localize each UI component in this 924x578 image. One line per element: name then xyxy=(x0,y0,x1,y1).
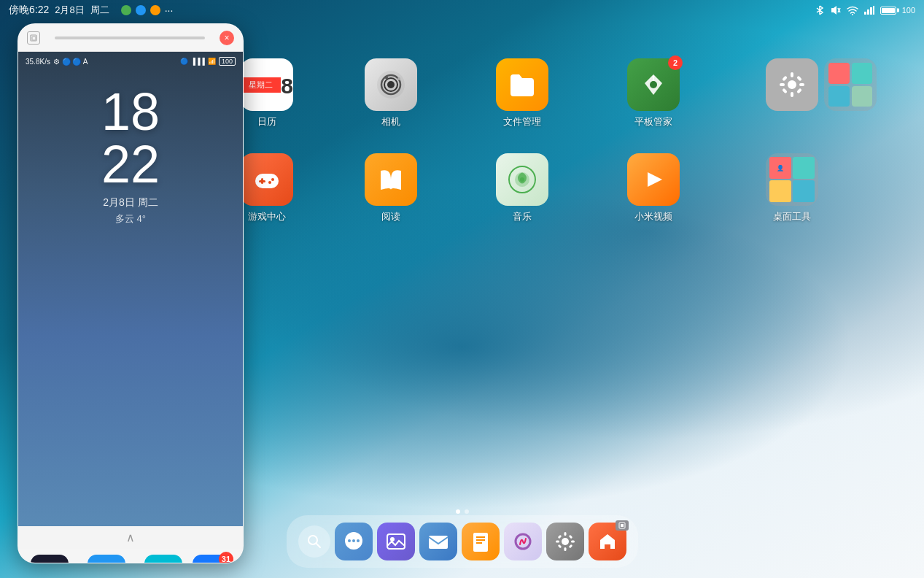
calendar-header: 8 星期二 xyxy=(241,77,281,93)
feem-icon: F xyxy=(88,555,125,563)
calendar-date: 8 xyxy=(281,66,293,103)
phone-app-kuan[interactable]: 酷 酷安 xyxy=(144,555,182,563)
folder-mini-3 xyxy=(828,86,850,107)
status-app-icons: ··· xyxy=(121,4,174,16)
svg-rect-37 xyxy=(799,83,804,86)
svg-rect-36 xyxy=(780,83,785,86)
game-center-app[interactable]: 游戏中心 xyxy=(241,153,293,223)
game-center-icon xyxy=(241,153,293,206)
svg-point-31 xyxy=(397,77,400,80)
svg-rect-10 xyxy=(32,36,36,40)
music-label: 音乐 xyxy=(513,210,532,223)
dock-artstudio-icon[interactable] xyxy=(504,523,542,560)
tablet-manager-app[interactable]: 2 平板管家 xyxy=(627,58,680,128)
tools-folder-app[interactable]: 👤 桌面工具 xyxy=(766,153,818,223)
signal-icon xyxy=(864,6,874,15)
xiaomi-video-icon xyxy=(627,153,680,206)
phone-app-alipay[interactable]: 支 31 支付宝 xyxy=(193,555,230,563)
phone-wifi: 📶 xyxy=(208,58,216,65)
alipay-icon: 支 31 xyxy=(193,555,230,563)
svg-rect-70 xyxy=(557,535,562,539)
svg-point-32 xyxy=(650,81,657,88)
status-icon-1 xyxy=(121,5,131,15)
phone-bluetooth: 🔵 xyxy=(180,58,188,65)
phone-battery: 100 xyxy=(219,57,236,66)
bluetooth-icon xyxy=(815,5,825,15)
phone-drag-handle[interactable] xyxy=(55,36,205,39)
svg-point-46 xyxy=(268,181,271,184)
status-bar: 傍晚6:22 2月8日 周二 ··· xyxy=(0,0,924,20)
app-folder[interactable] xyxy=(824,58,877,111)
svg-point-29 xyxy=(387,81,395,88)
dock-search-button[interactable] xyxy=(298,525,330,558)
reading-label: 阅读 xyxy=(381,210,400,223)
svg-rect-0 xyxy=(831,8,834,12)
kuan-icon: 酷 xyxy=(144,555,182,563)
phone-screen: 35.8K/s ⚙ 🔵 🔵 A 🔵 ▐▐▐ 📶 100 18 22 2月8日 周… xyxy=(18,52,243,526)
camera-icon xyxy=(365,58,417,111)
svg-rect-39 xyxy=(796,76,802,82)
svg-rect-66 xyxy=(564,532,566,536)
svg-point-4 xyxy=(852,14,853,15)
battery-percent: 100 xyxy=(902,6,915,15)
phone-icons: ⚙ 🔵 🔵 A xyxy=(53,58,88,66)
dock-messages-icon[interactable] xyxy=(335,523,373,560)
dock-mail-icon[interactable] xyxy=(419,523,457,560)
phone-speed: 35.8K/s xyxy=(26,58,50,66)
music-icon xyxy=(496,153,548,206)
svg-rect-73 xyxy=(568,544,572,549)
files-app[interactable]: 文件管理 xyxy=(496,58,548,128)
folder-group-icon xyxy=(824,58,877,111)
phone-app-clash[interactable]: Clash xyxy=(31,555,69,563)
settings-app[interactable] xyxy=(766,58,818,111)
phone-weather: 多云 4° xyxy=(18,212,243,226)
svg-rect-40 xyxy=(782,88,788,94)
svg-rect-7 xyxy=(870,7,872,15)
home-badge xyxy=(616,520,629,531)
alipay-badge: 31 xyxy=(219,552,233,563)
music-app[interactable]: 音乐 xyxy=(496,153,548,223)
svg-rect-6 xyxy=(867,9,869,15)
phone-expand-arrow[interactable]: ∧ xyxy=(18,526,243,549)
folder-mini-4 xyxy=(852,86,873,107)
phone-close-button[interactable]: × xyxy=(220,31,234,45)
phone-app-row-1: Clash F Feem汉化去广告 酷 酷安 支 31 xyxy=(26,555,236,563)
svg-rect-30 xyxy=(385,77,388,79)
tools-mini-2 xyxy=(793,157,815,179)
svg-rect-5 xyxy=(864,12,866,15)
svg-rect-34 xyxy=(791,72,793,77)
xiaomi-video-app[interactable]: 小米视频 xyxy=(627,153,680,223)
calendar-icon: 8 星期二 8 xyxy=(241,58,293,111)
phone-minute: 22 xyxy=(18,138,243,190)
phone-title-expand-icon[interactable] xyxy=(27,31,40,45)
dock-settings-icon[interactable] xyxy=(546,523,584,560)
page-dots xyxy=(456,509,469,514)
phone-app-feem[interactable]: F Feem汉化去广告 xyxy=(79,555,134,563)
status-bar-left: 傍晚6:22 2月8日 周二 ··· xyxy=(9,4,173,17)
page-dot-2 xyxy=(465,509,469,514)
svg-point-58 xyxy=(390,537,395,542)
calendar-app[interactable]: 8 星期二 8 日历 xyxy=(241,58,293,128)
dock-gallery-icon[interactable] xyxy=(377,523,415,560)
tools-folder-grid: 👤 xyxy=(769,157,815,202)
svg-rect-67 xyxy=(564,547,566,551)
status-bar-right: 100 xyxy=(815,5,915,15)
svg-rect-59 xyxy=(429,536,448,549)
reading-icon xyxy=(365,153,417,206)
dock xyxy=(287,515,638,568)
svg-point-65 xyxy=(562,538,569,545)
status-icon-3 xyxy=(150,5,160,15)
dock-pages-icon[interactable] xyxy=(462,523,500,560)
camera-app[interactable]: 相机 xyxy=(365,58,417,128)
svg-rect-8 xyxy=(873,6,874,15)
tablet-manager-icon: 2 xyxy=(627,58,680,111)
clash-icon xyxy=(31,555,69,563)
svg-rect-44 xyxy=(259,180,265,182)
tablet-manager-label: 平板管家 xyxy=(634,115,672,128)
phone-date: 2月8日 周二 xyxy=(18,196,243,209)
reading-app[interactable]: 阅读 xyxy=(365,153,417,223)
dock-home-icon[interactable] xyxy=(589,523,626,560)
svg-rect-68 xyxy=(556,541,559,543)
status-more: ··· xyxy=(165,4,174,16)
svg-point-33 xyxy=(788,80,796,89)
